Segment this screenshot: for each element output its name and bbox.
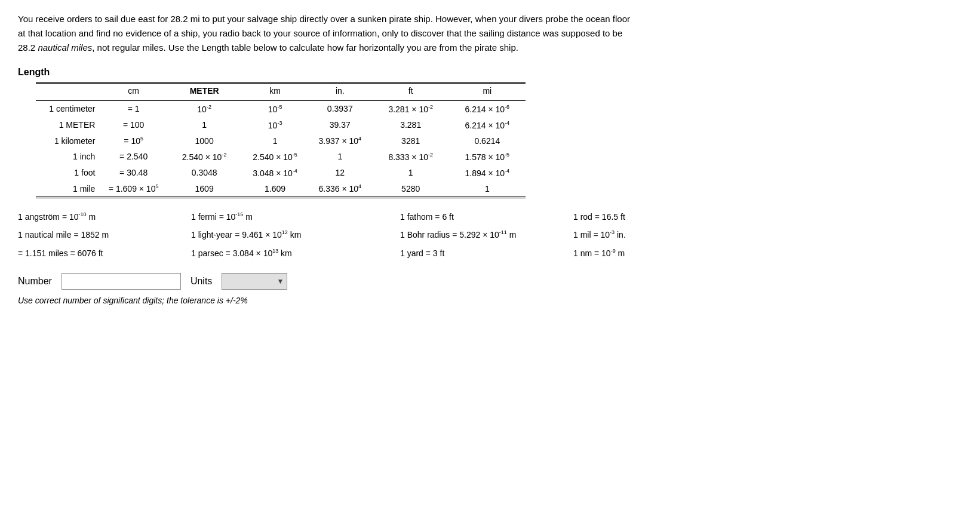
cell-foot-meter: 0.3048 bbox=[166, 165, 242, 181]
cell-meter-in: 39.37 bbox=[308, 117, 373, 133]
extra-light-year: 1 light-year = 9.461 × 1012 km bbox=[191, 228, 394, 241]
extra-yard: 1 yard = 3 ft bbox=[400, 247, 567, 260]
extra-nautical-mile-convert: = 1.151 miles = 6076 ft bbox=[18, 247, 185, 260]
cell-km-km: 1 bbox=[242, 133, 308, 149]
cell-inch-mi: 1.578 × 10-5 bbox=[449, 149, 526, 165]
cell-cm-cm: = 1 bbox=[101, 101, 166, 117]
extra-units-section: 1 angström = 10-10 m 1 fermi = 10-15 m 1… bbox=[18, 210, 639, 260]
cell-inch-in: 1 bbox=[308, 149, 373, 165]
row-label-meter: 1 METER bbox=[36, 117, 101, 133]
row-label-foot: 1 foot bbox=[36, 165, 101, 181]
col-header-ft: ft bbox=[373, 83, 449, 101]
cell-inch-meter: 2.540 × 10-2 bbox=[166, 149, 242, 165]
extra-mil: 1 mil = 10-3 in. bbox=[573, 228, 657, 241]
col-header-in: in. bbox=[308, 83, 373, 101]
units-select-wrapper[interactable]: cm m km in. ft mi nautical mi ▼ bbox=[222, 273, 287, 290]
table-row: 1 METER = 100 1 10-3 39.37 3.281 6.214 ×… bbox=[36, 117, 526, 133]
cell-inch-km: 2.540 × 10-5 bbox=[242, 149, 308, 165]
cell-meter-meter: 1 bbox=[166, 117, 242, 133]
cell-mile-meter: 1609 bbox=[166, 180, 242, 197]
cell-meter-km: 10-3 bbox=[242, 117, 308, 133]
row-label-kilometer: 1 kilometer bbox=[36, 133, 101, 149]
table-section-title: Length bbox=[18, 67, 639, 78]
cell-foot-km: 3.048 × 10-4 bbox=[242, 165, 308, 181]
cell-inch-ft: 8.333 × 10-2 bbox=[373, 149, 449, 165]
col-header-meter: METER bbox=[166, 83, 242, 101]
units-label: Units bbox=[191, 276, 212, 287]
units-select[interactable]: cm m km in. ft mi nautical mi bbox=[222, 273, 287, 290]
hint-text: Use correct number of significant digits… bbox=[18, 296, 639, 305]
number-label: Number bbox=[18, 276, 52, 287]
table-row: 1 mile = 1.609 × 105 1609 1.609 6.336 × … bbox=[36, 180, 526, 197]
cell-foot-mi: 1.894 × 10-4 bbox=[449, 165, 526, 181]
cell-inch-cm: = 2.540 bbox=[101, 149, 166, 165]
extra-nm: 1 nm = 10-9 m bbox=[573, 247, 657, 260]
extra-angstrom: 1 angström = 10-10 m bbox=[18, 210, 185, 223]
cell-mile-cm: = 1.609 × 105 bbox=[101, 180, 166, 197]
cell-meter-cm: = 100 bbox=[101, 117, 166, 133]
cell-cm-meter: 10-2 bbox=[166, 101, 242, 117]
extra-bohr-radius: 1 Bohr radius = 5.292 × 10-11 m bbox=[400, 228, 567, 241]
row-label-mile: 1 mile bbox=[36, 180, 101, 197]
extra-fathom: 1 fathom = 6 ft bbox=[400, 210, 567, 223]
col-header-mi: mi bbox=[449, 83, 526, 101]
table-row: 1 kilometer = 105 1000 1 3.937 × 104 328… bbox=[36, 133, 526, 149]
length-table-wrapper: cm METER km in. ft mi 1 centimeter = 1 1… bbox=[18, 82, 639, 198]
col-header-km: km bbox=[242, 83, 308, 101]
col-row-label bbox=[36, 83, 101, 101]
table-row: 1 centimeter = 1 10-2 10-5 0.3937 3.281 … bbox=[36, 101, 526, 117]
cell-cm-in: 0.3937 bbox=[308, 101, 373, 117]
cell-cm-ft: 3.281 × 10-2 bbox=[373, 101, 449, 117]
cell-mile-in: 6.336 × 104 bbox=[308, 180, 373, 197]
col-header-cm: cm bbox=[101, 83, 166, 101]
cell-cm-mi: 6.214 × 10-6 bbox=[449, 101, 526, 117]
cell-meter-ft: 3.281 bbox=[373, 117, 449, 133]
cell-foot-in: 12 bbox=[308, 165, 373, 181]
cell-foot-cm: = 30.48 bbox=[101, 165, 166, 181]
cell-meter-mi: 6.214 × 10-4 bbox=[449, 117, 526, 133]
cell-km-ft: 3281 bbox=[373, 133, 449, 149]
extra-fermi: 1 fermi = 10-15 m bbox=[191, 210, 394, 223]
number-input[interactable] bbox=[62, 273, 181, 290]
cell-km-cm: = 105 bbox=[101, 133, 166, 149]
cell-km-mi: 0.6214 bbox=[449, 133, 526, 149]
cell-mile-ft: 5280 bbox=[373, 180, 449, 197]
table-row: 1 foot = 30.48 0.3048 3.048 × 10-4 12 1 … bbox=[36, 165, 526, 181]
cell-cm-km: 10-5 bbox=[242, 101, 308, 117]
cell-mile-km: 1.609 bbox=[242, 180, 308, 197]
extra-parsec: 1 parsec = 3.084 × 1013 km bbox=[191, 247, 394, 260]
extra-nautical-mile: 1 nautical mile = 1852 m bbox=[18, 228, 185, 241]
intro-paragraph: You receive orders to sail due east for … bbox=[18, 12, 639, 55]
extra-rod: 1 rod = 16.5 ft bbox=[573, 210, 657, 223]
cell-mile-mi: 1 bbox=[449, 180, 526, 197]
cell-foot-ft: 1 bbox=[373, 165, 449, 181]
row-label-centimeter: 1 centimeter bbox=[36, 101, 101, 117]
table-row: 1 inch = 2.540 2.540 × 10-2 2.540 × 10-5… bbox=[36, 149, 526, 165]
length-table: cm METER km in. ft mi 1 centimeter = 1 1… bbox=[36, 82, 526, 198]
row-label-inch: 1 inch bbox=[36, 149, 101, 165]
cell-km-meter: 1000 bbox=[166, 133, 242, 149]
input-row: Number Units cm m km in. ft mi nautical … bbox=[18, 273, 639, 290]
cell-km-in: 3.937 × 104 bbox=[308, 133, 373, 149]
